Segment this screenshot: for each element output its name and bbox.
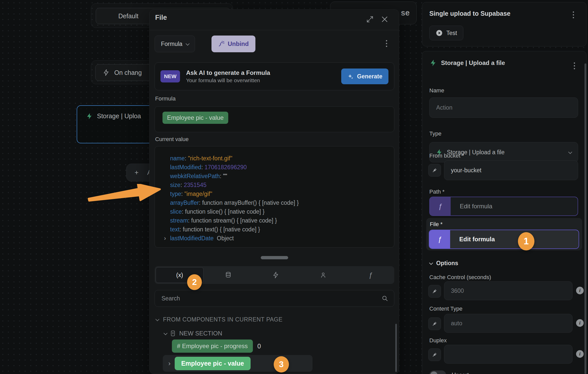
options-label: Options <box>436 260 458 267</box>
modal-kebab-menu[interactable] <box>386 40 387 47</box>
tree-section-header[interactable]: NEW SECTION <box>164 330 222 337</box>
default-state-label: Default <box>118 12 138 20</box>
search-icon <box>381 295 388 302</box>
info-icon[interactable]: i <box>576 350 584 358</box>
bind-plug-icon[interactable] <box>428 164 441 177</box>
tree-section-label: NEW SECTION <box>179 330 222 337</box>
unbind-icon <box>218 41 225 47</box>
lightning-icon <box>272 271 279 279</box>
current-value-object-view[interactable]: name: "rich-text-font.gif"lastModified: … <box>155 146 394 248</box>
unbind-button[interactable]: Unbind <box>211 36 255 52</box>
tab-workflows[interactable] <box>252 266 300 284</box>
function-icon: ƒ <box>369 271 372 279</box>
content-type-label: Content Type <box>429 305 462 312</box>
info-icon[interactable]: i <box>576 319 584 327</box>
file-field-highlight: File * ƒ Edit formula <box>426 218 582 250</box>
workflow-header-card: Single upload to Supabase Test <box>422 2 586 46</box>
test-button[interactable]: Test <box>429 26 463 40</box>
tab-collections[interactable] <box>205 266 252 284</box>
binding-type-dropdown[interactable]: Formula <box>155 36 195 52</box>
file-binding-modal: File Formula Unbind <box>149 9 399 374</box>
user-icon <box>320 271 327 279</box>
formula-f-icon: ƒ <box>429 230 450 248</box>
fx-tab-label: (x) <box>176 272 183 279</box>
supabase-node-suffix: se <box>401 8 410 18</box>
workflow-kebab-menu[interactable] <box>573 11 574 18</box>
tree-item-value-selected[interactable]: › Employee pic - value <box>163 355 313 372</box>
tree-group-label: FROM COMPONENTS IN CURRENT PAGE <box>163 316 283 323</box>
duplex-input[interactable] <box>444 351 572 358</box>
path-edit-formula-button[interactable]: ƒ Edit formula <box>429 197 578 216</box>
bucket-field-wrap <box>444 160 578 180</box>
chevron-down-icon <box>155 317 159 321</box>
lightning-outline-icon <box>103 69 110 76</box>
path-button-label: Edit formula <box>451 197 578 215</box>
modal-scrollbar[interactable] <box>395 324 397 372</box>
options-collapse-header[interactable]: Options <box>429 260 458 267</box>
expand-icon[interactable] <box>366 15 374 24</box>
storage-node-label: Storage | Uploa <box>97 112 141 120</box>
duplex-label: Duplex <box>429 337 447 344</box>
formula-f-icon: ƒ <box>430 197 451 215</box>
upsert-toggle[interactable] <box>429 370 446 374</box>
file-label: File * <box>430 221 443 228</box>
code-line: type: "image/gif" <box>164 190 394 198</box>
progress-variable-chip[interactable]: # Employee pic - progress <box>172 339 253 353</box>
action-name-input[interactable] <box>430 104 578 111</box>
chevron-down-icon <box>164 331 168 335</box>
supabase-bolt-icon <box>86 113 93 120</box>
annotation-step-1: 1 <box>518 232 534 250</box>
chevron-down-icon <box>429 261 433 265</box>
ai-banner-subtitle: Your formula will be overwritten <box>186 77 341 83</box>
new-badge: NEW <box>160 70 180 82</box>
bucket-input[interactable] <box>444 167 578 174</box>
section-icon <box>170 330 176 336</box>
code-line: slice: function slice() { [native code] … <box>164 207 394 216</box>
search-input[interactable] <box>155 295 381 302</box>
modal-header-divider <box>150 30 399 30</box>
cache-control-input[interactable] <box>444 287 572 294</box>
ai-banner-title: Ask AI to generate a Formula <box>186 69 341 76</box>
info-icon[interactable]: i <box>576 287 584 294</box>
type-label: Type <box>429 130 442 137</box>
formula-section-label: Formula <box>155 95 176 102</box>
tab-user[interactable] <box>299 266 347 284</box>
action-panel-title: Storage | Upload a file <box>441 59 505 66</box>
panel-resize-handle[interactable] <box>261 256 288 259</box>
chevron-down-icon <box>186 42 190 46</box>
formula-variable-chip[interactable]: Employee pic - value <box>162 112 228 124</box>
action-settings-panel: Storage | Upload a file Name Type Storag… <box>422 51 586 374</box>
unbind-label: Unbind <box>228 40 249 47</box>
content-type-wrap <box>444 314 573 333</box>
upsert-label: Upsert <box>452 372 469 374</box>
generate-button[interactable]: Generate <box>341 69 388 84</box>
bind-plug-icon[interactable] <box>428 317 441 330</box>
annotation-step-2: 2 <box>187 274 202 290</box>
tree-group-header[interactable]: FROM COMPONENTS IN CURRENT PAGE <box>156 316 283 323</box>
tab-functions[interactable]: ƒ <box>347 266 394 284</box>
generate-label: Generate <box>357 73 382 80</box>
action-kebab-menu[interactable] <box>574 62 575 69</box>
action-type-select[interactable]: Storage | Upload a file <box>429 142 578 162</box>
code-line: stream: function stream() { [native code… <box>164 216 394 225</box>
sidebar-scrollbar[interactable] <box>584 63 586 374</box>
current-value-label: Current value <box>155 136 189 143</box>
chevron-down-icon <box>568 150 572 154</box>
name-label: Name <box>429 87 444 94</box>
path-label: Path * <box>429 189 445 195</box>
tree-item-progress[interactable]: # Employee pic - progress 0 <box>172 339 261 353</box>
annotation-step-3: 3 <box>274 356 289 372</box>
content-type-input[interactable] <box>444 320 572 327</box>
bind-plug-icon[interactable] <box>428 348 441 361</box>
bind-plug-icon[interactable] <box>428 285 441 298</box>
modal-title: File <box>155 14 167 22</box>
cache-field-wrap <box>444 281 573 300</box>
file-edit-formula-button[interactable]: ƒ Edit formula <box>429 230 579 249</box>
supabase-bolt-icon <box>430 59 437 66</box>
formula-editor-input[interactable]: Employee pic - value <box>155 106 394 132</box>
duplex-field-wrap <box>444 345 573 364</box>
value-variable-chip[interactable]: Employee pic - value <box>175 357 251 370</box>
close-icon[interactable] <box>381 15 389 24</box>
code-line: name: "rich-text-font.gif" <box>164 154 394 163</box>
database-icon <box>225 271 232 279</box>
